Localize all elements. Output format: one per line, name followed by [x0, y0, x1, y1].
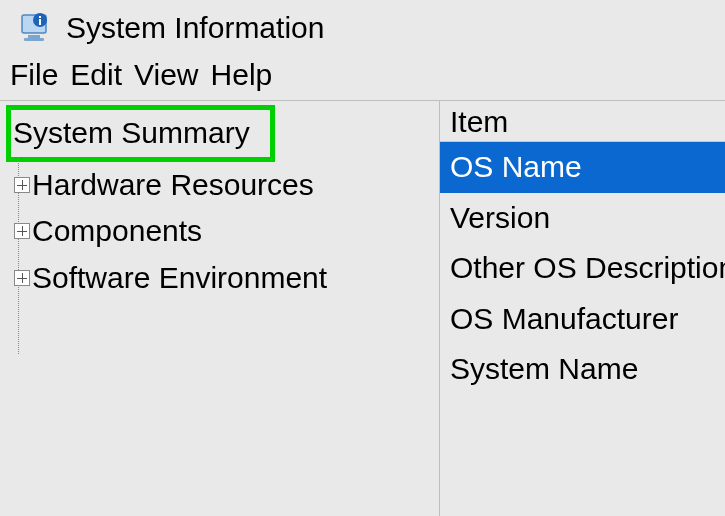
titlebar: System Information — [0, 0, 725, 52]
tree-node-system-summary[interactable]: System Summary — [0, 105, 439, 162]
list-row-os-name[interactable]: OS Name — [440, 142, 725, 193]
tree-label-hardware-resources: Hardware Resources — [32, 162, 314, 209]
tree-label-components: Components — [32, 208, 202, 255]
tree-label-software-environment: Software Environment — [32, 255, 327, 302]
content-area: System Summary Hardware Resources Compon… — [0, 100, 725, 516]
menu-edit[interactable]: Edit — [68, 58, 124, 92]
category-tree-pane: System Summary Hardware Resources Compon… — [0, 101, 440, 516]
window-title: System Information — [66, 11, 324, 45]
tree-node-software-environment[interactable]: Software Environment — [0, 255, 439, 302]
svg-rect-2 — [24, 38, 44, 41]
tree-node-hardware-resources[interactable]: Hardware Resources — [0, 162, 439, 209]
svg-rect-5 — [39, 19, 41, 25]
tree-label-system-summary: System Summary — [6, 105, 275, 162]
details-list-pane: Item OS Name Version Other OS Descriptio… — [440, 101, 725, 516]
list-rows[interactable]: OS Name Version Other OS Description OS … — [440, 142, 725, 516]
menu-file[interactable]: File — [8, 58, 60, 92]
menu-bar: File Edit View Help — [0, 52, 725, 100]
expand-icon[interactable] — [14, 177, 30, 193]
expand-icon[interactable] — [14, 270, 30, 286]
list-header[interactable]: Item — [440, 103, 725, 142]
menu-help[interactable]: Help — [209, 58, 275, 92]
list-row-version[interactable]: Version — [440, 193, 725, 244]
expand-icon[interactable] — [14, 223, 30, 239]
column-header-item[interactable]: Item — [450, 105, 725, 139]
svg-rect-1 — [28, 35, 40, 38]
category-tree[interactable]: System Summary Hardware Resources Compon… — [0, 105, 439, 301]
menu-view[interactable]: View — [132, 58, 200, 92]
system-information-window: System Information File Edit View Help S… — [0, 0, 725, 516]
svg-rect-4 — [39, 16, 41, 18]
list-row-os-manufacturer[interactable]: OS Manufacturer — [440, 294, 725, 345]
system-info-icon — [18, 10, 54, 46]
list-row-other-os-description[interactable]: Other OS Description — [440, 243, 725, 294]
list-row-system-name[interactable]: System Name — [440, 344, 725, 395]
tree-node-components[interactable]: Components — [0, 208, 439, 255]
